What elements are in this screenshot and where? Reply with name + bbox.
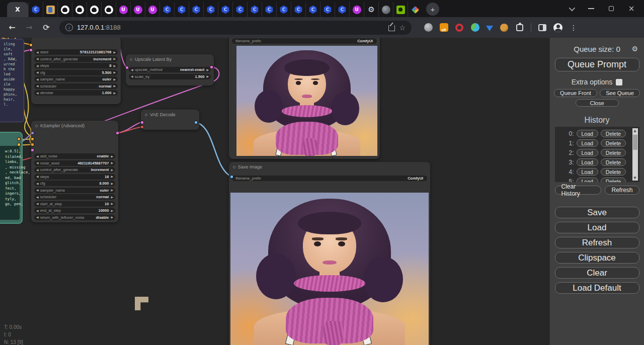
widget-row[interactable]: ◀ upscale_method nearest-exact ▶ [129, 67, 211, 72]
increment-arrow-icon[interactable]: ▶ [111, 155, 113, 158]
widget-row[interactable]: ◀ control_after_generate increment ▶ [34, 167, 115, 172]
menu-button[interactable]: Load Default [555, 282, 639, 294]
widget-value[interactable]: ComfyUI [357, 39, 373, 43]
history-load-button[interactable]: Load [577, 178, 598, 182]
positive-prompt-node[interactable]: ilingile,soft, RAW,urredh theledasideile… [0, 39, 24, 122]
increment-arrow-icon[interactable]: ▶ [113, 57, 116, 60]
globe-extension-icon[interactable] [424, 23, 433, 32]
history-delete-button[interactable]: Delete [601, 158, 626, 166]
profile-avatar[interactable] [553, 23, 562, 32]
collapse-dot-icon[interactable] [145, 114, 147, 116]
extra-options-checkbox[interactable] [616, 79, 622, 85]
widget-row[interactable]: ◀ scheduler normal ▶ [34, 194, 115, 200]
decrement-arrow-icon[interactable]: ◀ [36, 202, 39, 205]
collapse-dot-icon[interactable] [35, 125, 38, 127]
vpn-off-extension-icon[interactable] [440, 23, 448, 32]
widget-value[interactable]: euler [100, 188, 109, 193]
browser-tab[interactable] [189, 2, 203, 17]
widget-value[interactable]: 8 [109, 63, 111, 68]
history-load-button[interactable]: Load [577, 158, 598, 166]
browser-tab[interactable] [57, 2, 72, 17]
browser-tab[interactable] [174, 2, 189, 17]
browser-tab[interactable] [305, 2, 320, 17]
widget-row[interactable]: ◀ sampler_name euler ▶ [34, 76, 118, 82]
browser-tab[interactable] [232, 2, 247, 17]
increment-arrow-icon[interactable]: ▶ [111, 202, 113, 205]
browser-tab[interactable] [291, 2, 305, 17]
increment-arrow-icon[interactable]: ▶ [111, 168, 113, 171]
upscale-latent-node[interactable]: Upscale Latent By ◀ upscale_method neare… [126, 54, 214, 85]
decrement-arrow-icon[interactable]: ◀ [131, 75, 133, 78]
widget-row[interactable]: ◀ steps 16 ▶ [34, 174, 115, 180]
browser-tab[interactable] [101, 2, 116, 17]
widget-row[interactable]: filename_prefix ComfyUI [232, 176, 427, 181]
decrement-arrow-icon[interactable]: ◀ [36, 168, 39, 171]
side-panel-icon[interactable] [538, 24, 546, 31]
socket-conditioning-output[interactable] [17, 137, 21, 141]
increment-arrow-icon[interactable]: ▶ [111, 189, 113, 192]
history-load-button[interactable]: Load [577, 139, 598, 147]
clear-history-button[interactable]: Clear History [555, 186, 602, 195]
widget-value[interactable]: disable [96, 215, 109, 220]
collapse-dot-icon[interactable] [130, 58, 132, 61]
decrement-arrow-icon[interactable]: ◀ [131, 68, 133, 71]
tab-search-chevron-icon[interactable] [568, 5, 575, 12]
widget-value[interactable]: ComfyUI [408, 176, 423, 181]
close-queue-button[interactable]: Close [576, 99, 619, 107]
decrement-arrow-icon[interactable]: ◀ [36, 78, 39, 81]
cookie-extension-icon[interactable] [500, 24, 508, 32]
decrement-arrow-icon[interactable]: ◀ [36, 57, 39, 60]
widget-row[interactable]: ◀ steps 8 ▶ [34, 63, 118, 68]
widget-row[interactable]: filename_prefix ComfyUI [232, 38, 377, 44]
ksampler-node[interactable]: ◀ seed 578122121881706 ▶ ◀ control_after… [31, 38, 121, 104]
site-info-icon[interactable]: i [65, 24, 73, 31]
node-graph-canvas[interactable]: ilingile,soft, RAW,urredh theledasideile… [0, 38, 549, 345]
browser-tab[interactable] [320, 2, 335, 17]
menu-button[interactable]: Refresh [555, 237, 639, 248]
history-load-button[interactable]: Load [577, 168, 598, 176]
browser-tab[interactable] [276, 2, 291, 17]
socket-input[interactable] [29, 48, 33, 52]
widget-value[interactable]: 16 [105, 175, 109, 179]
menu-button[interactable]: Load [555, 222, 639, 233]
increment-arrow-icon[interactable]: ▶ [111, 216, 113, 219]
widget-row[interactable]: ◀ start_at_step 10 ▶ [34, 201, 115, 207]
history-delete-button[interactable]: Delete [601, 168, 626, 176]
browser-tab[interactable] [378, 2, 393, 17]
increment-arrow-icon[interactable]: ▶ [111, 175, 113, 178]
menu-button[interactable]: Clipspace [555, 252, 639, 264]
socket-latent-output[interactable] [116, 131, 119, 135]
socket-positive-input[interactable] [31, 137, 34, 141]
increment-arrow-icon[interactable]: ▶ [111, 209, 113, 212]
browser-tab[interactable] [218, 2, 232, 17]
widget-value[interactable]: nearest-exact [180, 67, 204, 72]
browser-tab[interactable] [364, 2, 378, 17]
reload-icon[interactable]: ⟳ [39, 21, 53, 35]
widget-value[interactable]: 462118145887707 [77, 161, 109, 165]
browser-tab[interactable] [72, 2, 87, 17]
forward-icon[interactable]: → [22, 21, 36, 35]
widget-row[interactable]: ◀ control_after_generate increment ▶ [34, 56, 118, 62]
settings-gear-icon[interactable]: ⚙ [631, 45, 638, 53]
widget-value[interactable]: 1.500 [195, 74, 205, 79]
decrement-arrow-icon[interactable]: ◀ [36, 155, 39, 158]
increment-arrow-icon[interactable]: ▶ [113, 64, 116, 67]
history-load-button[interactable]: Load [577, 149, 598, 156]
browser-tab[interactable] [408, 2, 422, 17]
share-icon[interactable] [388, 25, 395, 31]
socket-vae-input[interactable] [140, 125, 144, 129]
browser-tab[interactable] [87, 2, 101, 17]
browser-tab[interactable] [335, 2, 349, 17]
decrement-arrow-icon[interactable]: ◀ [36, 189, 39, 192]
menu-kebab-icon[interactable]: ⋮ [569, 23, 578, 32]
widget-value[interactable]: normal [96, 195, 109, 199]
extensions-puzzle-icon[interactable] [516, 24, 523, 31]
active-tab[interactable]: X [7, 2, 28, 17]
vae-decode-node[interactable]: VAE Decode [141, 110, 199, 130]
socket-latent-input[interactable] [31, 148, 34, 152]
widget-row[interactable]: ◀ sampler_name euler ▶ [34, 188, 115, 193]
scroll-down-icon[interactable]: ▼ [632, 176, 638, 180]
widget-value[interactable]: enable [97, 154, 109, 158]
browsec-extension-icon[interactable] [471, 23, 479, 32]
scroll-up-icon[interactable]: ▲ [632, 129, 638, 133]
